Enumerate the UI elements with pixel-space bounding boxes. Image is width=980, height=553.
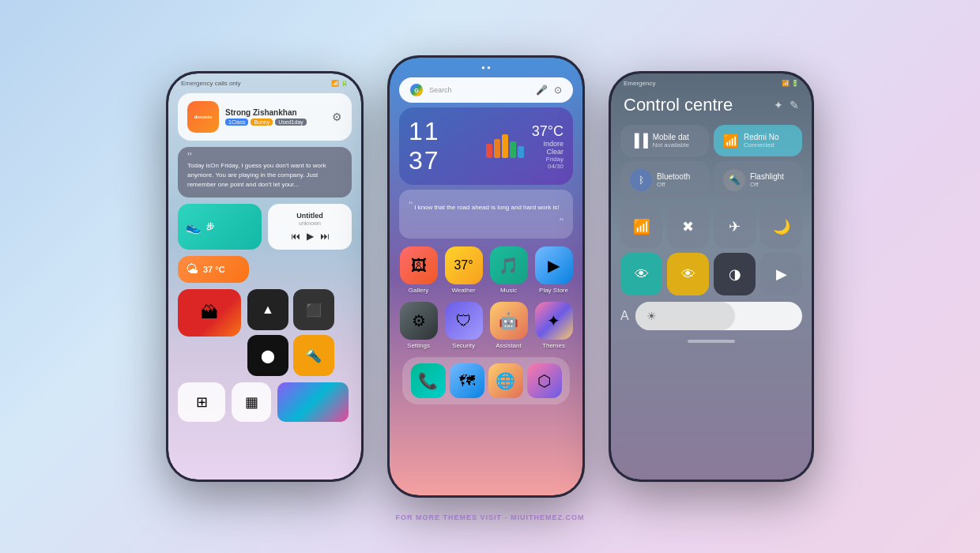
app-circle-icon[interactable]: ⬤ <box>247 335 288 376</box>
cc-settings-icon[interactable]: ✦ <box>774 99 783 111</box>
gallery-label: Gallery <box>409 287 428 294</box>
bar-1 <box>486 144 492 158</box>
app-assistant[interactable]: 🤖 Assistant <box>489 302 528 349</box>
g-letter: G <box>414 88 418 93</box>
cc-location-btn[interactable]: ▶ <box>760 253 802 295</box>
flashlight-label: Flashlight <box>750 172 784 181</box>
phone-1: Emergency calls only 📶 🔋 dorunto Strong … <box>166 71 364 482</box>
mobile-data-label: Mobile dat <box>653 133 689 141</box>
cc-screen-mirror-btn[interactable]: ✖ <box>667 205 709 248</box>
music-title: Untitled <box>296 212 323 220</box>
dock-chrome[interactable]: 🌐 <box>488 363 523 398</box>
app-music[interactable]: 🎵 Music <box>489 246 528 294</box>
play-button[interactable]: ▶ <box>307 231 314 242</box>
assistant-label: Assistant <box>496 342 521 349</box>
cc-wifi-btn[interactable]: 📶 <box>620 205 662 248</box>
security-label: Security <box>452 342 475 349</box>
cc-moon-btn[interactable]: 🌙 <box>760 205 802 248</box>
prev-button[interactable]: ⏮ <box>291 231 300 242</box>
cc-flashlight-tile[interactable]: 🔦 Flashlight Off <box>714 161 802 199</box>
search-bar[interactable]: G Search 🎤 ⊙ <box>399 77 573 103</box>
dock-maps[interactable]: 🗺 <box>450 363 484 398</box>
app-up-icon[interactable]: ▲ <box>247 289 288 330</box>
app-scan-icon[interactable]: ⬛ <box>293 289 334 330</box>
scan-widget[interactable]: ⊞ <box>178 382 225 422</box>
wifi-label: Redmi No <box>744 133 778 141</box>
app-icons-row2: ⬤ 🔦 <box>247 335 334 376</box>
search-voice-icon[interactable]: 🎤 <box>536 85 548 96</box>
app-settings[interactable]: ⚙ Settings <box>399 302 438 349</box>
weather-widget-small[interactable]: 🌤 37 °C <box>178 256 249 283</box>
status-icons-3: 📶 🔋 <box>782 80 799 87</box>
quote-text: Today isOn Friday, I guess you don't wan… <box>187 161 342 190</box>
widgets-row-3: 🏔 ▲ ⬛ ⬤ 🔦 <box>178 289 352 376</box>
app-security[interactable]: 🛡 Security <box>444 302 483 349</box>
cc-wifi-tile[interactable]: 📶 Redmi No Connected <box>714 125 802 156</box>
weather-info: 37°C Indore Clear Friday 04/30 <box>532 123 564 170</box>
steps-label: 步 <box>206 221 214 232</box>
mobile-data-info: Mobile dat Not available <box>653 133 689 149</box>
phone-3-status-bar: Emergency 📶 🔋 <box>611 73 812 90</box>
brightness-slider[interactable]: ☀ <box>635 302 802 330</box>
music-widget[interactable]: Untitled unknown ⏮ ▶ ⏭ <box>268 204 352 250</box>
app-flashlight-icon[interactable]: 🔦 <box>293 335 334 376</box>
glitch-widget <box>277 382 349 422</box>
app-grid-1: 🖼 Gallery 37° Weather 🎵 Music ▶ Play Sto… <box>390 242 582 299</box>
gear-icon[interactable]: ⚙ <box>332 111 342 123</box>
google-icon: G <box>410 84 423 96</box>
wifi-icon: 📶 <box>723 134 739 149</box>
app-weather[interactable]: 37° Weather <box>444 246 483 294</box>
phone-2: ● ● G Search 🎤 ⊙ 11 37 <box>387 55 585 498</box>
cc-eye-btn-1[interactable]: 👁 <box>620 253 662 295</box>
app-grid-2: ⚙ Settings 🛡 Security 🤖 Assistant ✦ Them… <box>390 299 582 352</box>
wifi-sub: Connected <box>744 141 778 149</box>
app-playstore[interactable]: ▶ Play Store <box>534 246 573 294</box>
cc-bluetooth-tile[interactable]: ᛒ Bluetooth Off <box>620 161 709 199</box>
cc-airplane-btn[interactable]: ✈ <box>714 205 756 248</box>
flashlight-sub: Off <box>750 181 784 188</box>
cc-edit-icon[interactable]: ✎ <box>790 99 799 111</box>
avatar-text: dorunto <box>194 115 213 119</box>
weather-app-icon: 37° <box>445 246 483 284</box>
cc-mobile-data-tile[interactable]: ▐▐ Mobile dat Not available <box>620 125 709 156</box>
security-app-icon: 🛡 <box>445 302 483 340</box>
cc-header-icons: ✦ ✎ <box>774 99 799 111</box>
cc-contrast-btn[interactable]: ◑ <box>714 253 756 295</box>
phone-3-background: Emergency 📶 🔋 Control centre ✦ ✎ ▐▐ <box>611 73 812 480</box>
badge-used: Used1day <box>275 118 307 126</box>
widgets-row-4: ⊞ ▦ <box>178 382 352 422</box>
profile-widget[interactable]: dorunto Strong Zishankhan 1Class Bunny U… <box>178 93 352 141</box>
phone-2-status-bar: ● ● <box>390 58 582 74</box>
steps-widget[interactable]: 👟 步 <box>178 204 262 250</box>
music-app-icon: 🎵 <box>490 246 528 284</box>
dock-themes[interactable]: ⬡ <box>527 363 562 398</box>
wifi-info: Redmi No Connected <box>744 133 778 149</box>
barcode-widget[interactable]: ▦ <box>232 382 271 422</box>
widgets-row-2: 🌤 37 °C <box>178 256 352 283</box>
app-themes[interactable]: ✦ Themes <box>534 302 573 349</box>
settings-label: Settings <box>407 342 430 349</box>
weather-city: Indore Clear <box>532 140 564 156</box>
quote-close-2: " <box>409 214 564 231</box>
home-indicator <box>611 333 812 349</box>
phone-3-screen: Emergency 📶 🔋 Control centre ✦ ✎ ▐▐ <box>611 73 812 480</box>
cc-eye-btn-2[interactable]: 👁 <box>667 253 709 295</box>
dock-phone[interactable]: 📞 <box>411 363 446 398</box>
search-lens-icon[interactable]: ⊙ <box>554 85 562 96</box>
bar-4 <box>510 141 516 158</box>
app-icons-row1: ▲ ⬛ <box>247 289 334 330</box>
weather-clock-widget: 11 37 37°C Indore Clear Friday 04/30 <box>399 107 573 185</box>
flashlight-icon: 🔦 <box>723 169 745 191</box>
bar-3 <box>502 134 508 158</box>
barcode-icon: ▦ <box>245 393 258 411</box>
mobile-data-icon: ▐▐ <box>630 134 648 148</box>
cc-wide-tiles: ▐▐ Mobile dat Not available 📶 Redmi No C… <box>611 120 812 161</box>
phone-2-screen: ● ● G Search 🎤 ⊙ 11 37 <box>390 58 582 495</box>
quote-text-2: I know that the road ahead is long and h… <box>414 204 559 211</box>
app-gallery[interactable]: 🖼 Gallery <box>399 246 438 294</box>
avatar: dorunto <box>187 101 219 133</box>
gallery-widget[interactable]: 🏔 <box>178 289 241 337</box>
control-centre-header: Control centre ✦ ✎ <box>611 90 812 120</box>
next-button[interactable]: ⏭ <box>320 231 330 242</box>
themes-app-icon: ✦ <box>535 302 573 340</box>
